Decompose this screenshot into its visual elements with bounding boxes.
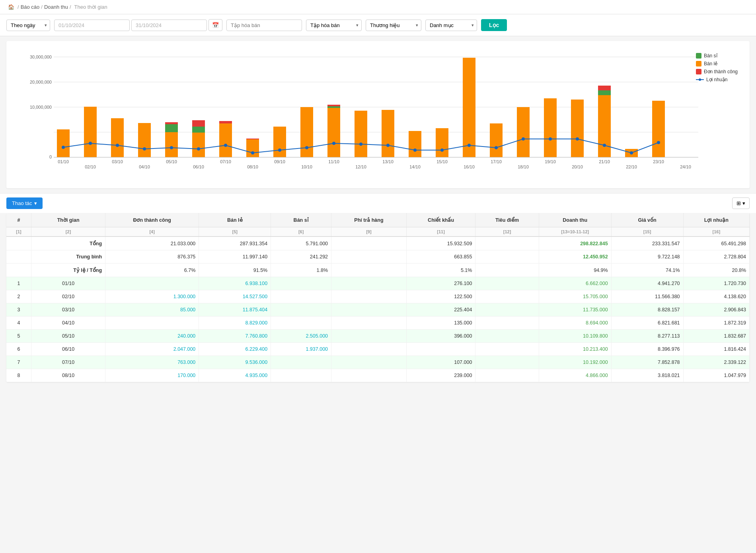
table-cell xyxy=(271,277,331,290)
svg-rect-19 xyxy=(219,123,232,157)
table-row: 606/102.047.0006.229.4001.937.00010.213.… xyxy=(6,343,750,356)
table-cell xyxy=(475,356,539,369)
svg-text:01/10: 01/10 xyxy=(58,159,69,164)
table-cell: 5 xyxy=(6,330,31,343)
brand-select[interactable]: Thương hiệu xyxy=(366,20,421,31)
tl-ban-si: 1.8% xyxy=(271,264,331,277)
tl-doanh-thu: 94.9% xyxy=(539,264,611,277)
table-cell: 170.000 xyxy=(105,369,199,382)
table-row: 202/101.300.00014.527.500122.50015.705.0… xyxy=(6,290,750,303)
svg-text:12/10: 12/10 xyxy=(355,164,366,169)
table-cell xyxy=(475,277,539,290)
table-cell: 05/10 xyxy=(31,330,105,343)
table-cell xyxy=(271,317,331,330)
tong-phi xyxy=(331,236,407,250)
data-rows-body: 101/106.938.100276.1006.662.0004.941.270… xyxy=(6,277,750,382)
calendar-button[interactable]: 📅 xyxy=(208,19,222,31)
col-header-tieu-diem: Tiêu điểm xyxy=(475,213,539,227)
table-cell: 01/10 xyxy=(31,277,105,290)
thao-tac-button[interactable]: Thao tác ▾ xyxy=(6,197,43,209)
tong-chiet-khau: 15.932.509 xyxy=(406,236,475,250)
svg-rect-30 xyxy=(409,131,421,157)
tb-idx xyxy=(6,250,31,264)
agent-select[interactable]: Tập hóa bán xyxy=(306,20,362,31)
table-cell: 107.000 xyxy=(406,356,475,369)
table-cell xyxy=(475,330,539,343)
home-icon[interactable]: 🏠 xyxy=(8,4,14,10)
legend-don-color xyxy=(696,69,701,74)
legend-ban-si-color xyxy=(696,53,701,59)
date-to-input[interactable] xyxy=(131,20,207,31)
legend-don-thanh-cong: Đơn thành công xyxy=(696,69,738,74)
table-cell: 240.000 xyxy=(105,330,199,343)
table-cell xyxy=(331,330,407,343)
table-subheader-row: [1] [2] [4] [5] [6] [9] [11] [12] [13=10… xyxy=(6,227,750,237)
table-cell xyxy=(331,277,407,290)
table-cell: 85.000 xyxy=(105,303,199,317)
table-cell: 2.047.000 xyxy=(105,343,199,356)
location-input[interactable] xyxy=(226,20,302,31)
summary-row-ty-le: Tỷ lệ / Tổng 6.7% 91.5% 1.8% 5.1% 94.9% … xyxy=(6,264,750,277)
filter-button[interactable]: Lọc xyxy=(481,19,507,31)
svg-rect-20 xyxy=(219,121,232,123)
thao-tac-chevron: ▾ xyxy=(34,200,37,206)
table-cell xyxy=(475,369,539,382)
col-header-loi-nhuan: Lợi nhuận xyxy=(683,213,749,227)
breadcrumb-bao-cao[interactable]: Báo cáo xyxy=(21,4,40,10)
table-cell: 239.000 xyxy=(406,369,475,382)
table-cell: 8.828.157 xyxy=(611,303,683,317)
col-header-ban-si: Bán sỉ xyxy=(271,213,331,227)
column-toggle-button[interactable]: ⊞ ▾ xyxy=(732,197,750,209)
svg-rect-18 xyxy=(192,120,205,127)
table-row: 101/106.938.100276.1006.662.0004.941.270… xyxy=(6,277,750,290)
svg-rect-33 xyxy=(490,123,503,157)
tb-tieu-diem xyxy=(475,250,539,264)
svg-text:30,000,000: 30,000,000 xyxy=(30,55,52,59)
svg-text:11/10: 11/10 xyxy=(328,159,339,164)
svg-rect-29 xyxy=(382,110,394,157)
breadcrumb-doanh-thu[interactable]: Doanh thu xyxy=(44,4,68,10)
table-cell: 1.816.424 xyxy=(683,343,749,356)
col-header-time: Thời gian xyxy=(31,213,105,227)
breadcrumb-sep2: / xyxy=(41,4,43,10)
svg-point-55 xyxy=(413,149,417,152)
date-from-input[interactable] xyxy=(54,20,130,31)
svg-point-59 xyxy=(522,137,525,141)
sub-don: [4] xyxy=(105,227,199,237)
category-select[interactable]: Danh mục xyxy=(425,20,477,31)
tb-ban-le: 11.997.140 xyxy=(199,250,271,264)
svg-rect-37 xyxy=(598,95,611,157)
period-select[interactable]: Theo ngày Theo tuần Theo tháng xyxy=(6,20,50,31)
sub-loi-nhuan: [16] xyxy=(683,227,749,237)
svg-rect-41 xyxy=(652,101,665,157)
svg-point-44 xyxy=(116,144,119,147)
legend-loi-nhuan-label: Lợi nhuận xyxy=(706,77,727,82)
table-cell: 396.000 xyxy=(406,330,475,343)
tl-label: Tỷ lệ / Tổng xyxy=(31,264,105,277)
svg-rect-39 xyxy=(598,86,611,90)
legend-ban-le-color xyxy=(696,61,701,66)
svg-rect-32 xyxy=(463,58,475,157)
table-cell: 11.735.000 xyxy=(539,303,611,317)
tl-chiet-khau: 5.1% xyxy=(406,264,475,277)
sub-doanh-thu: [13=10-11-12] xyxy=(539,227,611,237)
table-cell: 6.229.400 xyxy=(199,343,271,356)
period-select-wrap: Theo ngày Theo tuần Theo tháng xyxy=(6,20,50,31)
svg-point-60 xyxy=(549,137,552,141)
table-cell: 10.213.400 xyxy=(539,343,611,356)
svg-text:18/10: 18/10 xyxy=(518,164,529,169)
tong-don: 21.033.000 xyxy=(105,236,199,250)
svg-point-64 xyxy=(657,141,660,144)
tb-chiet-khau: 663.855 xyxy=(406,250,475,264)
table-cell: 03/10 xyxy=(31,303,105,317)
col-toggle-icon: ⊞ xyxy=(737,200,741,206)
table-cell: 122.500 xyxy=(406,290,475,303)
table-cell: 11.875.404 xyxy=(199,303,271,317)
svg-rect-26 xyxy=(327,106,340,108)
svg-point-51 xyxy=(305,146,308,149)
svg-rect-28 xyxy=(355,111,367,157)
table-cell xyxy=(271,290,331,303)
sub-time: [2] xyxy=(31,227,105,237)
table-cell xyxy=(331,290,407,303)
table-cell xyxy=(271,369,331,382)
